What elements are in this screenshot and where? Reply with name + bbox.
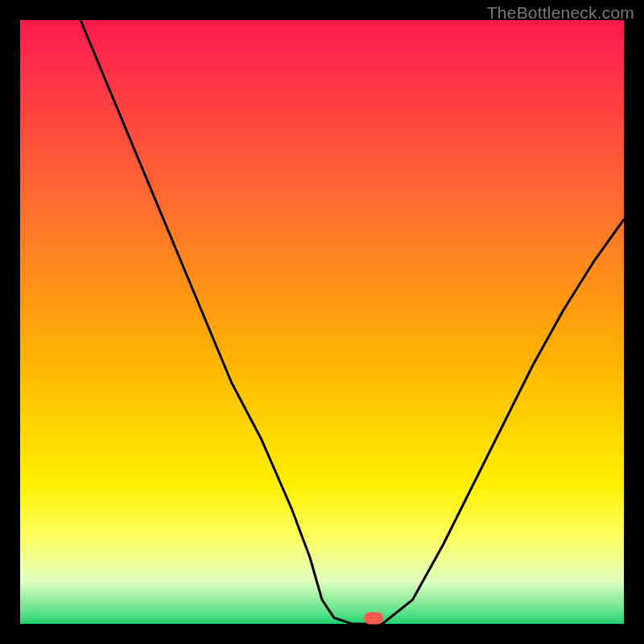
current-position-marker	[364, 612, 383, 624]
curve-svg	[20, 20, 624, 624]
bottleneck-chart: TheBottleneck.com	[0, 0, 644, 644]
watermark-text: TheBottleneck.com	[487, 3, 634, 23]
bottleneck-curve-line	[80, 20, 624, 624]
